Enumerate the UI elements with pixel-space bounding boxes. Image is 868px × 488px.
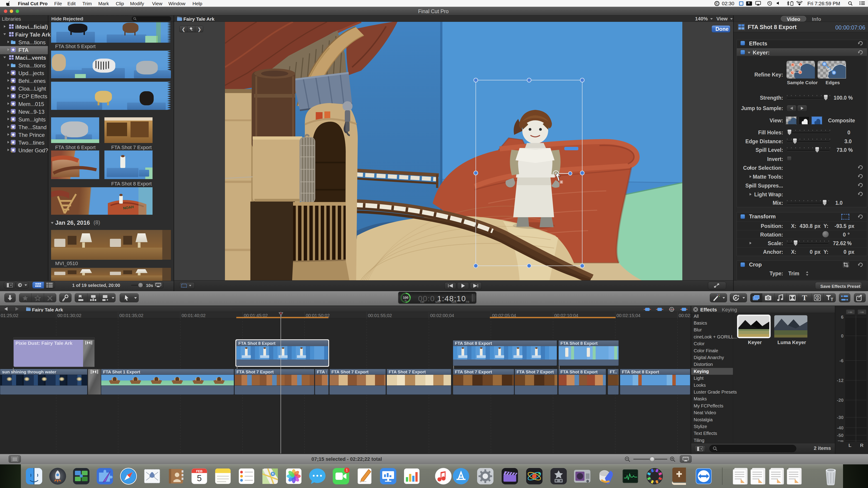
svg-text:S: S [671,308,673,311]
svg-text:1: 1 [346,468,348,472]
svg-text:2: 2 [817,297,818,300]
svg-text:FEB: FEB [196,469,203,473]
svg-text:!: ! [11,128,12,129]
svg-text:!: ! [11,120,12,121]
svg-text:T: T [831,297,833,301]
svg-text:!: ! [11,82,12,83]
svg-text:!: ! [11,89,12,91]
svg-text:100: 100 [403,296,408,299]
svg-text:!: ! [11,112,12,114]
svg-text:!: ! [11,151,12,152]
svg-text:C: C [716,2,718,5]
svg-text:!: ! [11,135,12,137]
svg-text:5: 5 [197,474,202,483]
svg-text:!: ! [11,74,12,75]
svg-text:!: ! [11,104,12,106]
svg-text:%: % [405,299,407,302]
svg-text:!: ! [11,143,12,145]
